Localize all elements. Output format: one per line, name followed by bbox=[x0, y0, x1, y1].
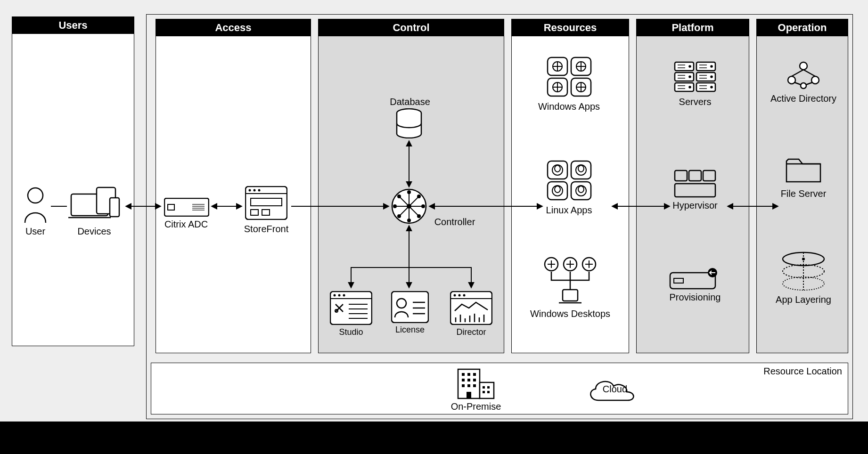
bottom-strip bbox=[0, 422, 868, 454]
arrows-layer bbox=[0, 0, 868, 424]
diagram-canvas: Users Access Control Resources Platform … bbox=[0, 0, 868, 454]
